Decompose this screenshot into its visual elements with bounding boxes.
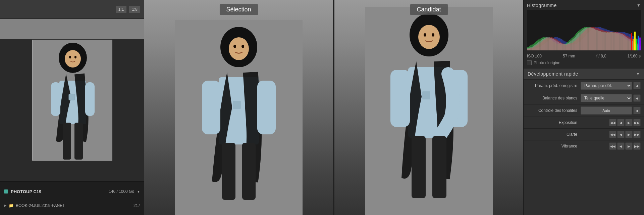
folder-row: ▶ 📁 BOOK-24JUIL2019-PANET 217 (4, 203, 140, 208)
svg-rect-11 (69, 94, 75, 100)
white-balance-arrow-btn[interactable]: ◀ (633, 94, 641, 102)
svg-point-22 (241, 45, 244, 48)
vibrance-row: Vibrance ◀◀ ◀ ▶ ▶▶ (524, 140, 644, 152)
folder-count: 217 (133, 203, 140, 208)
clarity-dbl-right-btn[interactable]: ▶▶ (633, 131, 641, 138)
vibrance-left-btn[interactable]: ◀ (617, 142, 625, 150)
left-toolbar: 1:1 1:8 (0, 0, 144, 19)
selection-label: Sélection (219, 4, 258, 15)
histogram-iso: ISO 100 (527, 54, 542, 58)
preset-label: Param. préd. enregistré (527, 83, 581, 88)
histogram-chevron-icon[interactable]: ▼ (637, 3, 641, 8)
vibrance-right-btn[interactable]: ▶ (625, 142, 633, 150)
histogram-aperture: f / 8,0 (596, 54, 606, 58)
exposure-control: ◀◀ ◀ ▶ ▶▶ (581, 119, 641, 126)
svg-rect-32 (432, 136, 446, 198)
preset-arrow-btn[interactable]: ◀ (633, 82, 641, 89)
svg-rect-19 (222, 143, 235, 200)
left-image-area (0, 19, 144, 181)
candidate-label: Candidat (410, 4, 447, 15)
preset-control: Param. par déf. ◀ (581, 82, 641, 90)
drive-name: PHOTOUP C19 (11, 189, 41, 194)
qd-chevron-icon[interactable]: ▼ (636, 72, 640, 76)
exposure-dbl-right-btn[interactable]: ▶▶ (633, 119, 641, 126)
histogram-section: Histogramme ▼ ISO 100 57 mm f / 8,0 1/16… (524, 0, 644, 68)
svg-rect-6 (85, 82, 95, 116)
vibrance-dbl-left-btn[interactable]: ◀◀ (609, 142, 616, 150)
vibrance-dbl-right-btn[interactable]: ▶▶ (633, 142, 641, 150)
ratio-button[interactable]: 1:1 (116, 6, 127, 13)
tone-control: Auto ◀ (581, 106, 641, 115)
svg-rect-5 (51, 82, 60, 116)
center-panel: Sélection Cand (144, 0, 523, 215)
svg-point-27 (418, 25, 440, 49)
svg-point-9 (69, 56, 71, 58)
svg-point-33 (424, 33, 426, 37)
svg-point-34 (432, 33, 434, 37)
tone-row: Contrôle des tonalités Auto ◀ (524, 104, 644, 117)
exposure-right-btn[interactable]: ▶ (625, 119, 633, 126)
photo-origin-checkbox[interactable] (527, 60, 532, 65)
tone-label: Contrôle des tonalités (527, 108, 581, 113)
selection-section: Sélection (144, 0, 333, 215)
clarity-control: ◀◀ ◀ ▶ ▶▶ (581, 131, 641, 138)
vibrance-arrow-group: ◀◀ ◀ ▶ ▶▶ (609, 142, 641, 150)
vibrance-control: ◀◀ ◀ ▶ ▶▶ (581, 142, 641, 150)
histogram-meta: ISO 100 57 mm f / 8,0 1/160 s (527, 54, 641, 58)
quick-develop-panel: Développement rapide ▼ Param. préd. enre… (524, 68, 644, 215)
exposure-arrow-group: ◀◀ ◀ ▶ ▶▶ (609, 119, 641, 126)
drive-indicator (4, 189, 8, 194)
clarity-arrow-group: ◀◀ ◀ ▶ ▶▶ (609, 131, 641, 138)
svg-rect-8 (74, 123, 83, 160)
drive-space: 146 / 1000 Go (109, 189, 134, 194)
qd-header: Développement rapide ▼ (524, 68, 644, 80)
svg-rect-17 (202, 81, 220, 134)
exposure-label: Exposition (527, 120, 581, 125)
candidate-photo[interactable] (334, 0, 523, 215)
photo-origin-row: Photo d'origine (527, 60, 641, 65)
tone-arrow-btn[interactable]: ◀ (633, 107, 641, 114)
drive-row: PHOTOUP C19 146 / 1000 Go ▼ (4, 189, 140, 194)
white-balance-row: Balance des blancs Telle quelle ◀ (524, 92, 644, 104)
thumbnail-frame (32, 40, 112, 161)
zoom-button[interactable]: 1:8 (129, 6, 140, 13)
clarity-right-btn[interactable]: ▶ (625, 131, 633, 138)
white-balance-control: Telle quelle ◀ (581, 94, 641, 102)
folder-arrow-icon: ▶ (4, 204, 7, 207)
white-balance-select[interactable]: Telle quelle (581, 94, 632, 102)
svg-rect-18 (257, 81, 276, 134)
svg-point-15 (229, 37, 249, 60)
svg-rect-29 (390, 70, 410, 127)
selection-photo[interactable] (144, 0, 333, 215)
exposure-row: Exposition ◀◀ ◀ ▶ ▶▶ (524, 117, 644, 129)
drive-chevron-icon[interactable]: ▼ (137, 190, 140, 194)
folder-icon: 📁 (9, 203, 14, 208)
preset-row: Param. préd. enregistré Param. par déf. … (524, 80, 644, 92)
svg-point-21 (233, 45, 236, 48)
svg-rect-20 (242, 143, 256, 200)
clarity-dbl-left-btn[interactable]: ◀◀ (609, 131, 616, 138)
histogram-focal: 57 mm (563, 54, 575, 58)
histogram-shutter: 1/160 s (628, 54, 641, 58)
preset-select[interactable]: Param. par déf. (581, 82, 632, 90)
svg-rect-35 (422, 91, 430, 99)
svg-rect-31 (412, 136, 426, 198)
clarity-row: Clarté ◀◀ ◀ ▶ ▶▶ (524, 129, 644, 140)
qd-title: Développement rapide (528, 71, 578, 77)
histogram-header: Histogramme ▼ (527, 3, 641, 8)
svg-rect-23 (233, 101, 241, 109)
exposure-left-btn[interactable]: ◀ (617, 119, 625, 126)
clarity-left-btn[interactable]: ◀ (617, 131, 625, 138)
tone-auto-btn[interactable]: Auto (581, 106, 632, 115)
photo-origin-label: Photo d'origine (534, 60, 560, 65)
histogram-title: Histogramme (527, 3, 557, 8)
candidate-section: Candidat (334, 0, 523, 215)
svg-rect-7 (63, 123, 71, 160)
left-panel: 1:1 1:8 (0, 0, 144, 215)
vibrance-label: Vibrance (527, 144, 581, 148)
exposure-dbl-left-btn[interactable]: ◀◀ (609, 119, 616, 126)
svg-point-3 (65, 50, 81, 68)
histogram-canvas (527, 10, 641, 50)
svg-point-10 (74, 56, 76, 58)
clarity-label: Clarté (527, 132, 581, 137)
